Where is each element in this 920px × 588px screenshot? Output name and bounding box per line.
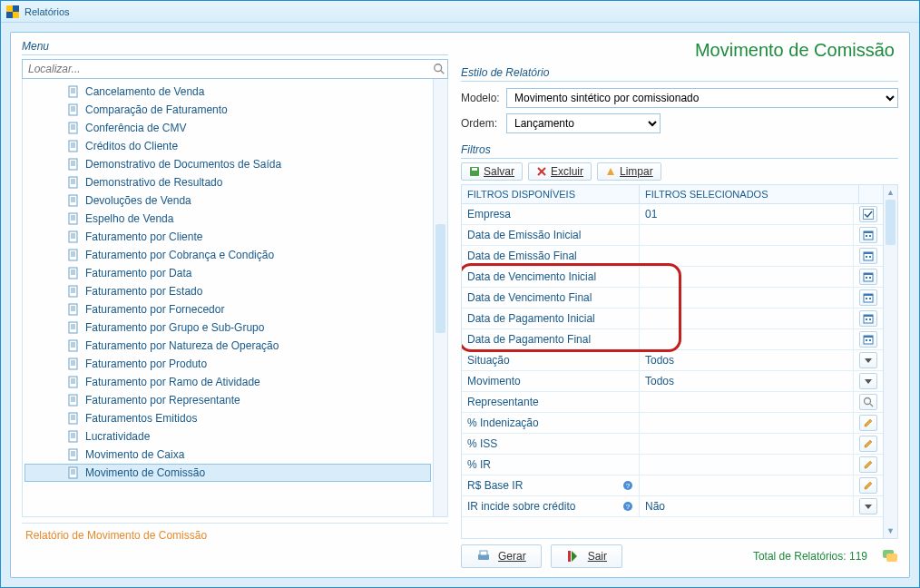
chat-icon[interactable] — [882, 548, 898, 564]
window-title: Relatórios — [24, 6, 70, 17]
tree-item-label: Faturamento por Representante — [85, 394, 240, 407]
search-icon[interactable] — [859, 394, 877, 410]
limpar-button[interactable]: Limpar — [597, 162, 661, 181]
filter-value[interactable]: 01 — [640, 204, 854, 224]
filter-value[interactable] — [640, 434, 854, 454]
tree-item[interactable]: Faturamento por Ramo de Atividade — [24, 373, 431, 391]
tree-item[interactable]: Comparação de Faturamento — [24, 101, 431, 119]
menu-search-input[interactable] — [23, 60, 431, 78]
tree-item[interactable]: Créditos do Cliente — [24, 137, 431, 155]
tree-item[interactable]: Faturamento por Cliente — [24, 228, 431, 246]
document-icon — [67, 249, 80, 261]
document-icon — [67, 140, 80, 152]
search-icon[interactable] — [431, 61, 447, 77]
document-icon — [67, 212, 80, 225]
tree-item-label: Movimento de Caixa — [85, 448, 184, 461]
tree-item[interactable]: Espelho de Venda — [24, 210, 431, 228]
filter-value[interactable] — [640, 225, 854, 245]
filter-row: Data de Emissão Final — [462, 246, 883, 267]
tree-item[interactable]: Faturamento por Grupo e Sub-Grupo — [24, 318, 431, 337]
tree-item[interactable]: Cancelamento de Venda — [24, 83, 431, 101]
svg-rect-6 — [69, 86, 77, 97]
filter-value[interactable]: Não — [640, 496, 854, 516]
filter-value[interactable] — [640, 392, 854, 412]
menu-group-label: Menu — [22, 40, 448, 53]
menu-panel: Menu Cancelamento de VendaComparação de … — [22, 40, 448, 568]
filter-value[interactable] — [640, 246, 854, 266]
calendar-icon[interactable] — [859, 310, 877, 327]
info-icon[interactable]: ? — [622, 501, 633, 512]
scroll-down-icon[interactable]: ▼ — [884, 524, 897, 538]
svg-rect-120 — [864, 336, 873, 338]
salvar-button[interactable]: Salvar — [461, 162, 523, 181]
report-title: Movimento de Comissão — [461, 40, 898, 61]
tree-item[interactable]: Faturamento por Fornecedor — [24, 300, 431, 318]
filters-toolbar: Salvar Excluir Limpar — [461, 162, 898, 181]
pencil-icon[interactable] — [859, 477, 877, 494]
filter-value[interactable] — [640, 329, 854, 349]
svg-rect-30 — [69, 195, 77, 206]
report-tree[interactable]: Cancelamento de VendaComparação de Fatur… — [23, 79, 433, 516]
app-icon — [6, 5, 19, 18]
info-icon[interactable]: ? — [622, 480, 633, 491]
chevron-down-icon[interactable] — [859, 373, 877, 389]
chevron-down-icon[interactable] — [859, 352, 877, 368]
ordem-select[interactable]: Lançamento — [506, 113, 661, 133]
svg-rect-131 — [568, 551, 571, 562]
filter-scrollbar-thumb[interactable] — [886, 200, 896, 245]
filter-label: Data de Vencimento Final — [462, 288, 640, 308]
tree-item[interactable]: Movimento de Comissão — [24, 464, 431, 482]
svg-text:?: ? — [626, 503, 631, 511]
calendar-icon[interactable] — [859, 227, 877, 243]
pencil-icon[interactable] — [859, 415, 877, 431]
filter-value[interactable]: Todos — [640, 371, 854, 391]
filter-value[interactable] — [640, 267, 854, 287]
filter-row: % Indenização — [462, 413, 883, 434]
svg-rect-1 — [13, 5, 19, 12]
checkbox-select-icon[interactable] — [859, 206, 877, 222]
tree-item[interactable]: Demonstrativo de Documentos de Saída — [24, 155, 431, 173]
filter-value[interactable] — [640, 288, 854, 308]
tree-item[interactable]: Conferência de CMV — [24, 119, 431, 137]
svg-rect-42 — [69, 250, 77, 260]
excluir-button[interactable]: Excluir — [528, 162, 592, 181]
svg-rect-14 — [69, 122, 77, 133]
tree-item[interactable]: Faturamento por Cobrança e Condição — [24, 246, 431, 264]
filter-value[interactable]: Todos — [640, 350, 854, 370]
tree-item-label: Faturamento por Natureza de Operação — [85, 339, 279, 352]
pencil-icon[interactable] — [859, 456, 877, 473]
tree-item[interactable]: Lucratividade — [24, 427, 431, 446]
calendar-icon[interactable] — [859, 289, 877, 306]
chevron-down-icon[interactable] — [859, 498, 877, 514]
filter-value[interactable] — [640, 413, 854, 433]
tree-scrollbar-thumb[interactable] — [436, 224, 445, 333]
tree-item[interactable]: Faturamento por Data — [24, 264, 431, 282]
filter-label: Data de Vencimento Inicial — [462, 267, 640, 287]
tree-item[interactable]: Movimento de Caixa — [24, 446, 431, 464]
tree-item[interactable]: Faturamento por Estado — [24, 282, 431, 300]
tree-scrollbar[interactable] — [433, 79, 447, 516]
tree-item[interactable]: Faturamento por Natureza de Operação — [24, 337, 431, 355]
calendar-icon[interactable] — [859, 331, 877, 348]
tree-item[interactable]: Faturamento por Produto — [24, 355, 431, 373]
filter-value[interactable] — [640, 455, 854, 475]
calendar-icon[interactable] — [859, 269, 877, 285]
calendar-icon[interactable] — [859, 248, 877, 264]
gerar-button[interactable]: Gerar — [461, 544, 542, 568]
document-icon — [67, 321, 80, 334]
tree-item[interactable]: Faturamento por Representante — [24, 391, 431, 409]
filter-value[interactable] — [640, 309, 854, 328]
tree-item[interactable]: Devoluções de Venda — [24, 191, 431, 210]
svg-rect-10 — [69, 104, 77, 115]
svg-rect-121 — [866, 339, 867, 341]
tree-item[interactable]: Demonstrativo de Resultado — [24, 173, 431, 191]
pencil-icon[interactable] — [859, 436, 877, 452]
tree-item[interactable]: Faturamentos Emitidos — [24, 409, 431, 427]
filter-value[interactable] — [640, 475, 854, 495]
modelo-label: Modelo: — [461, 92, 506, 104]
sair-button[interactable]: Sair — [551, 544, 622, 568]
tree-item-label: Faturamento por Data — [85, 267, 191, 279]
filter-scrollbar[interactable]: ▲ ▼ — [883, 185, 897, 538]
modelo-select[interactable]: Movimento sintético por comissionado — [506, 88, 898, 108]
scroll-up-icon[interactable]: ▲ — [884, 185, 897, 200]
